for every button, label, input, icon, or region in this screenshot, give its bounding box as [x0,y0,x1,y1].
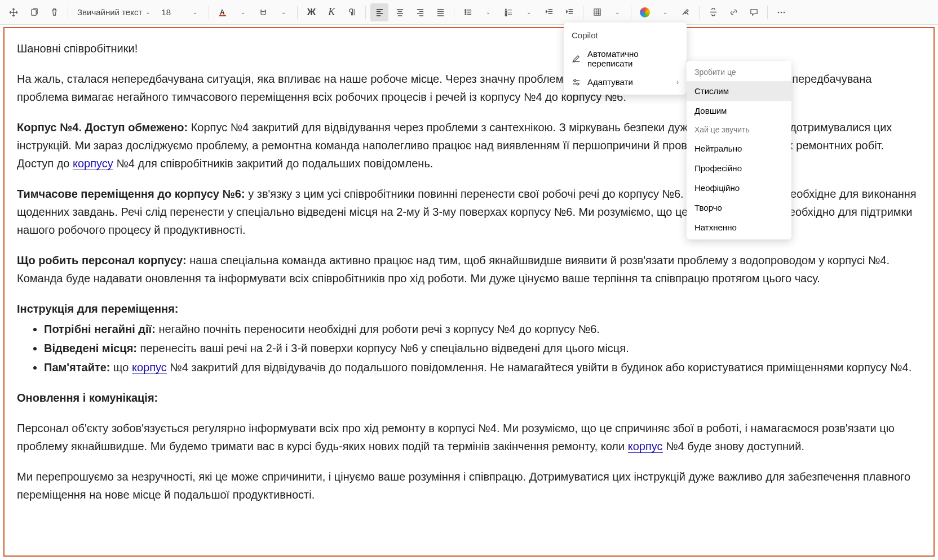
separator [699,6,700,19]
separator [454,6,454,19]
svg-point-13 [574,79,576,82]
separator [583,6,583,19]
ink-button[interactable] [676,3,694,21]
highlight-chevron[interactable]: ⌄ [275,3,293,21]
svg-point-5 [465,14,466,15]
instruction-list: Потрібні негайні дії: негайно почніть пе… [44,320,921,376]
table-button[interactable] [588,3,606,21]
submenu-header: Зробити це [687,63,791,81]
link-corpus[interactable]: корпус [628,440,663,453]
submenu-item-neutral[interactable]: Нейтрально [687,139,791,158]
trash-icon[interactable] [45,3,63,21]
bullet-list-button[interactable] [459,3,477,21]
align-left-button[interactable] [370,3,388,21]
menu-label: Автоматично переписати [587,49,679,68]
chevron-down-icon: ⌄ [145,9,150,15]
font-size-chevron[interactable]: ⌄ [186,3,204,21]
menu-label: Адаптувати [587,77,633,87]
move-icon[interactable] [5,3,23,21]
paragraph-mark-icon[interactable] [343,3,361,21]
italic-button[interactable]: К [322,3,340,21]
link-corpus[interactable]: корпусу [73,157,113,170]
align-right-button[interactable] [411,3,429,21]
greeting: Шановні співробітники! [17,39,921,57]
svg-text:3: 3 [505,14,507,16]
svg-text:A: A [220,8,225,16]
separator [365,6,366,19]
chevron-right-icon: › [676,78,679,86]
copilot-menu-title: Copilot [564,26,687,45]
separator [631,6,631,19]
separator [297,6,298,19]
svg-point-14 [577,83,579,85]
font-color-chevron[interactable]: ⌄ [234,3,252,21]
submenu-item-inspired[interactable]: Натхненно [687,217,791,237]
svg-rect-2 [219,15,226,16]
submenu-item-longer[interactable]: Довшим [687,101,791,121]
font-size-label: 18 [161,7,171,17]
bullet-chevron[interactable]: ⌄ [479,3,497,21]
outdent-button[interactable] [540,3,558,21]
table-chevron[interactable]: ⌄ [608,3,626,21]
menu-item-adapt[interactable]: Адаптувати › [564,73,687,91]
submenu-item-concise[interactable]: Стислим [687,81,791,101]
paragraph-apology: Ми перепрошуємо за незручності, які це м… [17,468,921,504]
copy-icon[interactable] [25,3,43,21]
svg-rect-9 [594,9,600,15]
copilot-menu: Copilot Автоматично переписати Адаптуват… [564,23,687,95]
style-label: Звичайний текст [77,7,142,17]
link-corpus[interactable]: корпус [132,361,167,374]
svg-rect-0 [31,10,36,15]
sliders-icon [572,78,581,87]
toolbar: Звичайний текст⌄ 18 ⌄ A ⌄ ⌄ Ж К ⌄ 123 ⌄ … [0,0,938,25]
copilot-button[interactable] [636,3,654,21]
font-size-dropdown[interactable]: 18 [157,3,184,21]
separator [209,6,209,19]
copilot-icon [640,7,650,17]
highlight-button[interactable] [254,3,272,21]
submenu-item-creative[interactable]: Творчо [687,198,791,217]
numbered-chevron[interactable]: ⌄ [520,3,538,21]
pencil-icon [572,54,581,63]
link-button[interactable] [724,3,742,21]
heading-updates: Оновлення і комунікація: [17,389,921,407]
align-center-button[interactable] [391,3,409,21]
indent-button[interactable] [560,3,578,21]
submenu-header2: Хай це звучить [687,121,791,139]
paragraph-updates: Персонал об'єкту зобов'язується регулярн… [17,419,921,455]
copilot-chevron[interactable]: ⌄ [656,3,674,21]
adapt-submenu: Зробити це Стислим Довшим Хай це звучить… [687,61,791,239]
menu-item-rewrite[interactable]: Автоматично переписати [564,45,687,73]
comment-button[interactable] [745,3,763,21]
svg-point-11 [781,11,782,13]
document-body[interactable]: Шановні співробітники! На жаль, сталася … [3,27,935,557]
more-button[interactable] [772,3,790,21]
separator [68,6,68,19]
bold-button[interactable]: Ж [302,3,320,21]
list-item: Відведені місця: перенесіть ваші речі на… [44,339,921,357]
svg-point-4 [465,12,466,13]
paragraph-staff: Що робить персонал корпусу: наша спеціал… [17,251,921,287]
submenu-item-informal[interactable]: Неофіційно [687,178,791,198]
list-item: Пам'ятайте: що корпус №4 закритий для ві… [44,358,921,376]
svg-point-12 [784,11,785,13]
svg-point-3 [465,10,466,11]
separator [767,6,768,19]
submenu-item-professional[interactable]: Професійно [687,158,791,178]
numbered-list-button[interactable]: 123 [499,3,517,21]
list-item: Потрібні негайні дії: негайно почніть пе… [44,320,921,338]
font-color-button[interactable]: A [214,3,232,21]
svg-point-10 [778,11,780,13]
heading-instructions: Інструкція для переміщення: [17,300,921,318]
align-justify-button[interactable] [431,3,449,21]
strikethrough-button[interactable] [704,3,722,21]
style-dropdown[interactable]: Звичайний текст⌄ [73,3,154,21]
